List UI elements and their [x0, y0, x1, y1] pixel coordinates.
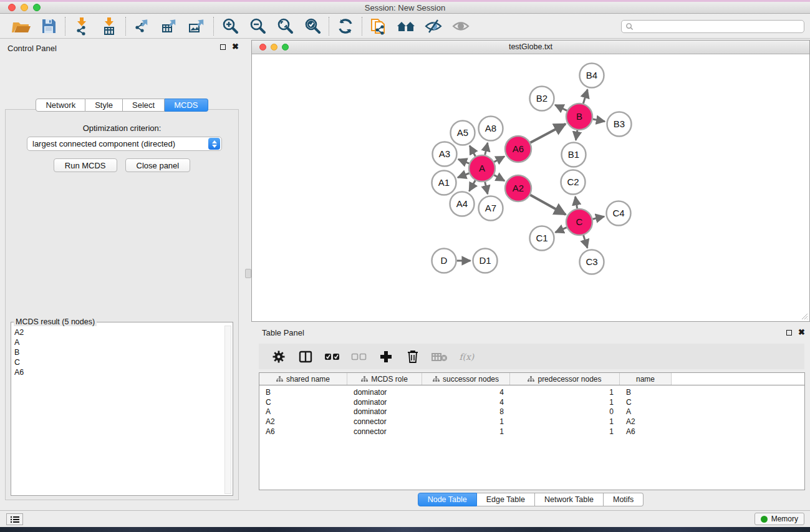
tab-network-table[interactable]: Network Table — [535, 493, 604, 506]
table-row[interactable]: A6connector11A6 — [259, 427, 804, 437]
edge-A-A4[interactable] — [470, 180, 476, 191]
task-history-button[interactable] — [6, 513, 23, 525]
mcds-result-list[interactable]: A2ABCA6 — [14, 327, 223, 493]
cell-successor-nodes[interactable]: 4 — [422, 388, 510, 397]
graph-node-C1[interactable]: C1 — [530, 226, 554, 251]
tab-motifs[interactable]: Motifs — [604, 493, 644, 506]
edge-A-A7[interactable] — [485, 181, 488, 194]
edge-C-C2[interactable] — [576, 196, 577, 208]
cell-predecessor-nodes[interactable]: 1 — [510, 417, 620, 426]
edge-B-B1[interactable] — [576, 130, 577, 140]
search-box[interactable] — [621, 20, 804, 33]
graph-node-A7[interactable]: A7 — [479, 196, 503, 221]
run-mcds-button[interactable]: Run MCDS — [54, 158, 117, 172]
cell-MCDS-role[interactable]: connector — [347, 417, 422, 426]
zoom-selected-icon[interactable] — [302, 16, 323, 36]
column-header-successor-nodes[interactable]: successor nodes — [422, 373, 510, 385]
close-panel-icon[interactable]: ✖ — [232, 44, 239, 50]
select-all-icon[interactable] — [324, 349, 340, 365]
table-row[interactable]: Cdominator41C — [259, 397, 804, 407]
panel-splitter-grip[interactable] — [245, 269, 251, 278]
edge-A-A5[interactable] — [470, 146, 475, 157]
cell-MCDS-role[interactable]: connector — [347, 427, 422, 436]
cell-shared-name[interactable]: A6 — [259, 427, 347, 436]
cell-MCDS-role[interactable]: dominator — [347, 407, 422, 416]
search-input[interactable] — [634, 22, 800, 31]
zoom-out-icon[interactable] — [247, 16, 268, 36]
cell-shared-name[interactable]: A2 — [259, 417, 347, 426]
columns-icon[interactable] — [297, 349, 314, 365]
result-scrollbar[interactable] — [224, 326, 231, 494]
table-close-panel-icon[interactable]: ✖ — [798, 329, 805, 336]
table-row[interactable]: A2connector11A2 — [259, 417, 804, 427]
tab-mcds[interactable]: MCDS — [165, 99, 208, 112]
network-canvas[interactable]: AA1A2A3A4A5A6A7A8BB1B2B3B4CC1C2C3C4DD1 — [253, 55, 809, 321]
graph-node-B2[interactable]: B2 — [530, 87, 554, 111]
cell-MCDS-role[interactable]: dominator — [347, 388, 422, 397]
graph-node-A3[interactable]: A3 — [433, 142, 457, 167]
table-row[interactable]: Bdominator41B — [259, 387, 804, 397]
cell-successor-nodes[interactable]: 8 — [422, 407, 510, 416]
cell-predecessor-nodes[interactable]: 1 — [510, 388, 620, 397]
edge-A6-B[interactable] — [530, 124, 565, 143]
edge-A-A1[interactable] — [458, 173, 469, 178]
cell-name[interactable]: A — [620, 407, 672, 416]
export-network-icon[interactable] — [132, 16, 153, 36]
graph-node-C4[interactable]: C4 — [607, 201, 631, 226]
edge-A-A8[interactable] — [485, 143, 488, 155]
network-graph[interactable]: AA1A2A3A4A5A6A7A8BB1B2B3B4CC1C2C3C4DD1 — [253, 55, 809, 322]
delete-icon[interactable] — [405, 349, 421, 365]
table-row[interactable]: Adominator80A — [259, 407, 804, 417]
column-header-shared-name[interactable]: shared name — [259, 373, 347, 385]
cell-MCDS-role[interactable]: dominator — [347, 398, 422, 407]
cell-name[interactable]: B — [620, 388, 672, 397]
close-panel-button[interactable]: Close panel — [125, 158, 191, 172]
column-header-name[interactable]: name — [620, 373, 672, 385]
tab-network[interactable]: Network — [36, 99, 85, 112]
cell-name[interactable]: A6 — [620, 427, 672, 436]
tab-node-table[interactable]: Node Table — [418, 493, 477, 506]
tab-style[interactable]: Style — [85, 99, 123, 112]
cell-predecessor-nodes[interactable]: 0 — [510, 407, 620, 416]
add-icon[interactable] — [378, 349, 394, 365]
cell-shared-name[interactable]: B — [259, 388, 347, 397]
resize-grip-icon[interactable] — [799, 311, 808, 320]
cell-name[interactable]: A2 — [620, 417, 672, 426]
tab-edge-table[interactable]: Edge Table — [477, 493, 535, 506]
deselect-all-icon[interactable] — [351, 349, 367, 365]
gear-icon[interactable] — [271, 349, 287, 365]
hide-eye-icon[interactable] — [423, 16, 444, 36]
edge-B-B3[interactable] — [593, 119, 605, 122]
mcds-result-item[interactable]: C — [14, 357, 223, 367]
graph-node-B1[interactable]: B1 — [562, 143, 586, 167]
export-image-icon[interactable] — [186, 16, 208, 36]
graph-node-A6[interactable]: A6 — [505, 136, 531, 162]
mcds-result-item[interactable]: B — [14, 347, 223, 357]
first-neighbors-icon[interactable] — [395, 16, 417, 36]
graph-node-A4[interactable]: A4 — [450, 192, 475, 216]
float-panel-icon[interactable] — [220, 44, 226, 50]
cell-successor-nodes[interactable]: 1 — [422, 417, 510, 426]
mcds-result-item[interactable]: A2 — [14, 327, 223, 337]
edge-C-C1[interactable] — [556, 228, 567, 233]
cell-shared-name[interactable]: A — [259, 407, 347, 416]
edge-A-A6[interactable] — [494, 157, 504, 162]
show-eye-icon[interactable] — [450, 16, 471, 36]
graph-node-A5[interactable]: A5 — [451, 121, 475, 145]
new-doc-network-icon[interactable] — [368, 16, 389, 36]
mcds-result-item[interactable]: A — [14, 337, 223, 347]
graph-node-C[interactable]: C — [566, 209, 592, 235]
node-table[interactable]: shared nameMCDS rolesuccessor nodesprede… — [259, 372, 805, 490]
graph-node-A[interactable]: A — [469, 155, 495, 181]
graph-node-B[interactable]: B — [566, 104, 592, 130]
edge-B-B2[interactable] — [555, 105, 567, 110]
mcds-result-item[interactable]: A6 — [14, 367, 223, 377]
graph-node-B4[interactable]: B4 — [580, 64, 604, 88]
optimization-criterion-dropdown[interactable]: largest connected component (directed) — [27, 137, 222, 151]
edge-A-A3[interactable] — [458, 159, 470, 163]
cell-name[interactable]: C — [620, 398, 672, 407]
save-icon[interactable] — [38, 16, 59, 36]
edge-A2-C[interactable] — [530, 195, 566, 215]
graph-node-D[interactable]: D — [432, 249, 456, 273]
import-table-icon[interactable] — [99, 16, 120, 36]
